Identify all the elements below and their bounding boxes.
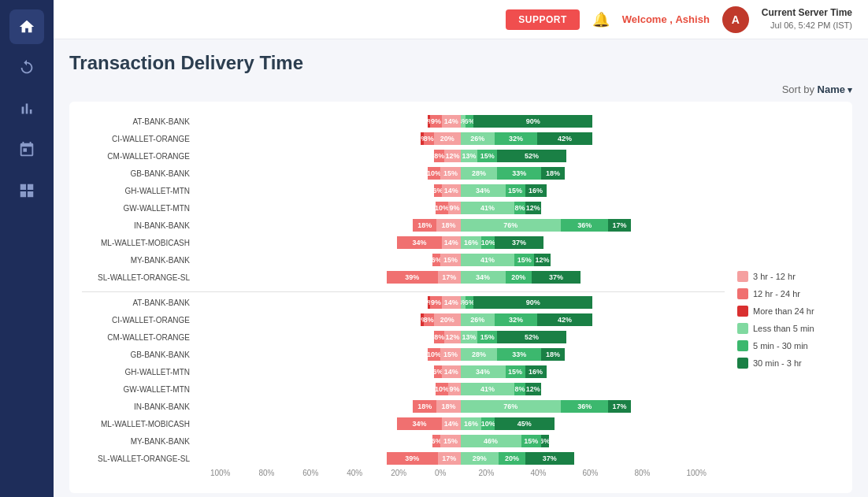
bar-left: 34%14%: [196, 417, 461, 430]
legend-item: More than 24 hr: [737, 306, 840, 317]
bar-segment: 36%: [561, 400, 608, 413]
bell-icon[interactable]: 🔔: [592, 11, 610, 28]
bar-segment: 76%: [461, 400, 561, 413]
x-axis-label: 0%: [435, 469, 446, 477]
sidebar-item-calendar[interactable]: [9, 132, 44, 167]
support-button[interactable]: SUPPORT: [506, 9, 580, 30]
bar-left: 6%14%: [196, 365, 461, 378]
legend-color-swatch: [737, 323, 748, 334]
bar-label: CI-WALLET-ORANGE: [82, 135, 196, 143]
bar-row: CM-WALLET-ORANGE8%12%13%15%52%: [82, 149, 725, 163]
sidebar-item-chart[interactable]: [9, 91, 44, 126]
bar-segment: 15%: [506, 365, 525, 378]
bar-right: 26%32%42%: [461, 313, 725, 326]
bar-segment: 34%: [397, 417, 442, 430]
x-axis-label: 60%: [582, 469, 598, 477]
bar-right: 34%15%16%: [461, 365, 725, 378]
sidebar-item-grid[interactable]: [9, 173, 44, 208]
bar-segment: 32%: [495, 313, 537, 326]
bar-segment: 15%: [440, 348, 460, 361]
x-axis-label: 40%: [347, 469, 362, 477]
bar-segment: 15%: [514, 254, 534, 266]
bar-label: ML-WALLET-MOBICASH: [82, 239, 196, 247]
main-area: SUPPORT 🔔 Welcome , Ashish A Current Ser…: [54, 0, 868, 497]
bar-label: MY-BANK-BANK: [82, 437, 196, 446]
legend: 3 hr - 12 hr12 hr - 24 hrMore than 24 hr…: [737, 114, 840, 477]
bar-segment: 12%: [534, 254, 550, 266]
bar-segment: 10%: [428, 167, 441, 180]
bar-track: 10%9%41%8%12%: [196, 202, 725, 214]
bar-left: 2%9%14%: [196, 296, 461, 309]
bar-right: 41%15%12%: [461, 254, 725, 266]
bar-segment: 10%: [436, 202, 449, 214]
bar-segment: 17%: [608, 219, 631, 232]
sort-by-label: Sort by: [782, 83, 814, 95]
bar-track: 10%9%41%8%12%: [196, 383, 725, 395]
bar-segment: 15%: [506, 184, 525, 197]
bar-left: 2%8%20%: [196, 132, 461, 145]
bar-segment: 17%: [438, 452, 461, 465]
bar-label: GH-WALLET-MTN: [82, 187, 196, 195]
bar-segment: 9%: [430, 296, 442, 309]
bar-segment: 20%: [506, 271, 532, 284]
bar-row: SL-WALLET-ORANGE-SL39%17%29%20%37%: [82, 451, 725, 465]
bar-segment: 17%: [608, 400, 631, 413]
bar-track: 39%17%34%20%37%: [196, 271, 725, 284]
bar-left: 6%15%: [196, 435, 461, 447]
bar-segment: 14%: [442, 236, 460, 249]
bar-left: 6%15%: [196, 254, 461, 266]
sort-field[interactable]: Name: [818, 83, 852, 95]
bar-right: 16%10%45%: [461, 417, 725, 430]
bar-segment: 13%: [461, 331, 478, 343]
bar-segment: 6%: [434, 365, 442, 378]
legend-item: 30 min - 3 hr: [737, 358, 840, 369]
sidebar-item-home[interactable]: [9, 9, 44, 44]
avatar: A: [722, 6, 749, 33]
bar-segment: 8%: [434, 150, 444, 162]
bar-right: 13%15%52%: [461, 150, 725, 162]
bar-segment: 18%: [541, 167, 565, 180]
bar-segment: 18%: [436, 219, 460, 232]
legend-item: 5 min - 30 min: [737, 340, 840, 351]
bar-row: IN-BANK-BANK18%18%76%36%17%: [82, 218, 725, 232]
bar-segment: 18%: [436, 400, 460, 413]
bar-right: 76%36%17%: [461, 219, 725, 232]
bar-label: CM-WALLET-ORANGE: [82, 152, 196, 161]
bar-label: IN-BANK-BANK: [82, 402, 196, 411]
bar-track: 34%14%16%10%37%: [196, 236, 725, 249]
bar-left: 8%12%: [196, 150, 461, 162]
bar-track: 10%15%28%33%18%: [196, 167, 725, 180]
x-axis-label: 80%: [258, 469, 274, 477]
bar-segment: 17%: [438, 271, 461, 284]
bar-segment: 34%: [461, 184, 506, 197]
chart-main: AT-BANK-BANK2%9%14%4%6%90%CI-WALLET-ORAN…: [82, 114, 725, 477]
bar-segment: 14%: [442, 365, 460, 378]
bar-segment: 29%: [461, 452, 499, 465]
bar-segment: 41%: [461, 254, 515, 266]
bar-track: 2%9%14%4%6%90%: [196, 296, 725, 309]
bar-segment: 20%: [434, 313, 461, 326]
legend-color-swatch: [737, 271, 748, 282]
bar-row: CI-WALLET-ORANGE2%8%20%26%32%42%: [82, 132, 725, 146]
bar-left: 10%15%: [196, 167, 461, 180]
bar-segment: 10%: [481, 236, 495, 249]
sidebar-item-refresh[interactable]: [9, 50, 44, 85]
bar-right: 76%36%17%: [461, 400, 725, 413]
bar-segment: 12%: [525, 383, 541, 395]
sort-bar: Sort by Name: [69, 83, 852, 95]
x-axis-label: 40%: [530, 469, 546, 477]
x-axis-label: 100%: [686, 469, 707, 477]
bar-segment: 6%: [434, 184, 442, 197]
server-time: Current Server Time Jul 06, 5:42 PM (IST…: [762, 6, 852, 32]
page-title: Transaction Delivery Time: [69, 52, 852, 74]
bar-label: GW-WALLET-MTN: [82, 385, 196, 394]
bar-segment: 20%: [434, 132, 461, 145]
bar-segment: 10%: [428, 348, 441, 361]
bar-segment: 12%: [444, 331, 460, 343]
bar-segment: 26%: [461, 313, 495, 326]
x-axis-label: 20%: [391, 469, 406, 477]
bar-segment: 45%: [495, 417, 554, 430]
bar-segment: 37%: [532, 271, 581, 284]
bar-segment: 6%: [466, 115, 473, 128]
bar-segment: 15%: [521, 435, 541, 447]
